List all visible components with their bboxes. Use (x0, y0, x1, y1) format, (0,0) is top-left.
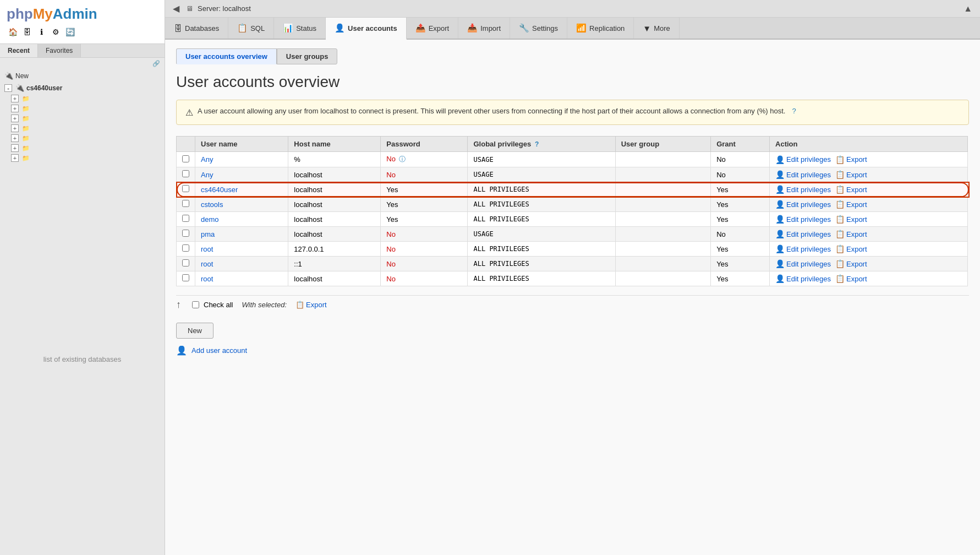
row-password: No (381, 271, 468, 286)
tab-databases[interactable]: 🗄 Databases (165, 18, 228, 39)
edit-privileges-link[interactable]: 👤Edit privileges (775, 155, 831, 164)
collapse-icon[interactable]: - (4, 84, 12, 92)
database-icon[interactable]: 🗄 (21, 26, 33, 38)
tab-sql[interactable]: 📋 SQL (228, 18, 274, 39)
tab-export[interactable]: 📤 Export (407, 18, 459, 39)
logo-text[interactable]: phpMyAdmin (7, 6, 158, 23)
row-checkbox[interactable] (182, 244, 189, 252)
edit-privileges-link[interactable]: 👤Edit privileges (775, 170, 831, 179)
new-button[interactable]: New (176, 323, 213, 339)
export-action-link[interactable]: 📋Export (835, 274, 867, 283)
export-action-link[interactable]: 📋Export (835, 185, 867, 194)
home-icon[interactable]: 🏠 (7, 26, 19, 38)
row-password: Yes (381, 212, 468, 227)
edit-icon: 👤 (775, 170, 785, 179)
export-action-icon: 📋 (835, 155, 845, 164)
check-all-label[interactable]: Check all (204, 301, 233, 309)
tab-import[interactable]: 📥 Import (458, 18, 510, 39)
refresh-icon[interactable]: 🔄 (64, 26, 76, 38)
row-checkbox[interactable] (182, 200, 189, 207)
row-checkbox[interactable] (182, 230, 189, 237)
edit-privileges-link[interactable]: 👤Edit privileges (775, 230, 831, 238)
row-action: 👤Edit privileges 📋Export (770, 182, 968, 197)
sidebar-sub-item[interactable]: + 📁 (0, 153, 165, 163)
export-icon: 📤 (415, 23, 426, 33)
sidebar-tab-recent[interactable]: Recent (0, 44, 38, 57)
sidebar-tab-favorites[interactable]: Favorites (38, 44, 81, 57)
export-action-link[interactable]: 📋Export (835, 200, 867, 209)
edit-privileges-link[interactable]: 👤Edit privileges (775, 200, 831, 209)
edit-privileges-label: Edit privileges (786, 260, 831, 268)
edit-privileges-link[interactable]: 👤Edit privileges (775, 215, 831, 224)
export-link[interactable]: 📋 Export (295, 301, 327, 309)
expand-icon[interactable]: + (11, 95, 19, 102)
sidebar-sub-item[interactable]: + 📁 (0, 133, 165, 143)
sidebar-sub-item[interactable]: + 📁 (0, 104, 165, 113)
up-arrow-icon: ↑ (176, 299, 181, 311)
edit-privileges-link[interactable]: 👤Edit privileges (775, 244, 831, 253)
sidebar-link-icon[interactable]: 🔗 (0, 58, 165, 69)
row-username: pma (195, 227, 288, 242)
sidebar-logo: phpMyAdmin 🏠 🗄 ℹ ⚙ 🔄 (0, 0, 165, 44)
username-link[interactable]: cstools (201, 200, 223, 209)
username-link[interactable]: root (201, 260, 213, 268)
sidebar-sub-item[interactable]: + 📁 (0, 113, 165, 123)
th-password: Password (381, 137, 468, 152)
tab-replication[interactable]: 📶 Replication (567, 18, 634, 39)
expand-icon[interactable]: + (11, 105, 19, 112)
username-link[interactable]: Any (201, 171, 213, 179)
tab-user-accounts[interactable]: 👤 User accounts (326, 18, 407, 40)
username-link[interactable]: cs4640user (201, 186, 238, 194)
row-checkbox[interactable] (182, 185, 189, 192)
expand-icon[interactable]: + (11, 154, 19, 162)
export-action-link[interactable]: 📋Export (835, 259, 867, 268)
check-all-checkbox[interactable] (192, 301, 199, 308)
username-link[interactable]: root (201, 275, 213, 283)
expand-icon[interactable]: + (11, 144, 19, 152)
global-priv-help-icon[interactable]: ? (535, 140, 539, 148)
row-checkbox[interactable] (182, 274, 189, 281)
row-checkbox[interactable] (182, 259, 189, 266)
back-button[interactable]: ◀ (171, 2, 182, 15)
expand-icon[interactable]: + (11, 124, 19, 132)
export-action-label: Export (846, 260, 867, 268)
row-checkbox-cell (177, 182, 195, 197)
row-checkbox[interactable] (182, 215, 189, 222)
export-link-icon: 📋 (295, 301, 304, 309)
username-link[interactable]: root (201, 245, 213, 253)
sidebar-sub-item[interactable]: + 📁 (0, 123, 165, 133)
sidebar-sub-item[interactable]: + 📁 (0, 143, 165, 153)
maximize-button[interactable]: ▲ (961, 3, 974, 15)
sidebar-db-item[interactable]: - 🔌 cs4640user (0, 82, 165, 94)
add-user-link[interactable]: Add user account (191, 346, 247, 355)
row-checkbox[interactable] (182, 170, 189, 177)
export-action-link[interactable]: 📋Export (835, 170, 867, 179)
sidebar-new-item[interactable]: 🔌 New (0, 69, 165, 82)
bottom-bar: ↑ Check all With selected: 📋 Export (176, 295, 969, 314)
tab-status[interactable]: 📊 Status (274, 18, 326, 39)
row-checkbox[interactable] (182, 155, 189, 162)
expand-icon[interactable]: + (11, 115, 19, 122)
gear-icon[interactable]: ⚙ (50, 26, 62, 38)
export-action-link[interactable]: 📋Export (835, 230, 867, 238)
tab-settings[interactable]: 🔧 Settings (510, 18, 567, 39)
sub-tab-overview[interactable]: User accounts overview (176, 48, 277, 64)
sub-tab-groups[interactable]: User groups (277, 48, 338, 64)
export-action-link[interactable]: 📋Export (835, 215, 867, 224)
username-link[interactable]: Any (201, 155, 213, 164)
tab-more[interactable]: ▼ More (634, 18, 679, 39)
username-link[interactable]: pma (201, 230, 215, 238)
alert-help-icon[interactable]: ? (792, 107, 796, 115)
tab-more-label: More (654, 24, 670, 32)
expand-icon[interactable]: + (11, 134, 19, 142)
sidebar-sub-item[interactable]: + 📁 (0, 94, 165, 104)
row-username: demo (195, 212, 288, 227)
info-icon[interactable]: ℹ (35, 26, 47, 38)
edit-privileges-link[interactable]: 👤Edit privileges (775, 274, 831, 283)
export-action-link[interactable]: 📋Export (835, 244, 867, 253)
edit-privileges-link[interactable]: 👤Edit privileges (775, 185, 831, 194)
username-link[interactable]: demo (201, 215, 219, 224)
edit-privileges-link[interactable]: 👤Edit privileges (775, 259, 831, 268)
export-action-link[interactable]: 📋Export (835, 155, 867, 164)
password-help-icon[interactable]: ⓘ (397, 155, 406, 163)
